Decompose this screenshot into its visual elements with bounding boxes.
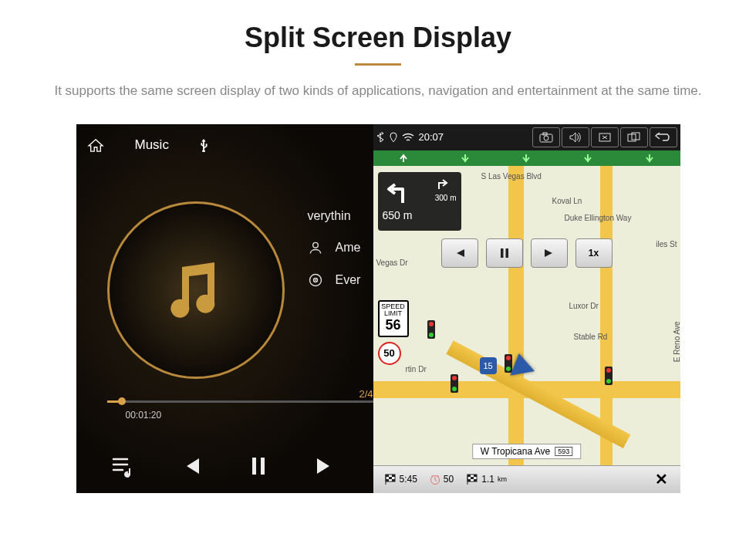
track-counter: 2/4 <box>359 388 373 400</box>
song-title[interactable]: verythin <box>308 209 351 223</box>
speed-limit-sign: SPEED LIMIT 56 <box>378 300 409 337</box>
sim-controls: 1x <box>441 238 613 268</box>
playlist-icon[interactable] <box>110 453 137 479</box>
music-note-icon <box>161 255 231 325</box>
svg-rect-13 <box>501 248 504 258</box>
next-turn-distance: 300 m <box>435 194 457 202</box>
progress-bar[interactable] <box>107 400 373 403</box>
page-title: Split Screen Display <box>0 22 756 54</box>
flag-icon <box>384 474 397 485</box>
street-label: iles St <box>656 240 677 248</box>
remaining-time[interactable]: 50 <box>424 474 460 485</box>
turn-left-icon <box>383 177 412 206</box>
clock-icon <box>430 474 440 485</box>
prev-track-icon[interactable] <box>177 453 204 479</box>
nav-close-button[interactable]: ✕ <box>647 470 676 488</box>
wifi-icon <box>402 133 414 142</box>
svg-point-8 <box>544 136 548 140</box>
close-app-button[interactable] <box>591 127 619 147</box>
sim-next-button[interactable] <box>531 238 568 268</box>
navigation-pane: 20:07 S Las Vegas Blvd Koval Ln <box>373 124 680 493</box>
street-label: S Las Vegas Blvd <box>481 172 542 181</box>
title-underline <box>355 63 401 66</box>
status-bar: 20:07 <box>373 124 680 150</box>
home-icon[interactable] <box>87 138 104 152</box>
svg-point-4 <box>126 472 129 475</box>
device-screenshot: Music verythin Ame Ever 2/4 00:01:20 <box>76 124 680 493</box>
lane-guidance-bar <box>373 150 680 166</box>
song-list: verythin Ame Ever <box>308 209 361 305</box>
music-pane: Music verythin Ame Ever 2/4 00:01:20 <box>76 124 373 493</box>
street-label: Luxor Dr <box>569 302 599 310</box>
nav-bottom-bar: 5:45 50 1.1 km ✕ <box>373 465 680 493</box>
split-screen-button[interactable] <box>620 127 648 147</box>
street-label: Vegas Dr <box>376 258 408 267</box>
music-header-label: Music <box>135 137 169 153</box>
page-subtitle: It supports the same screen display of t… <box>39 81 717 101</box>
svg-point-0 <box>312 242 318 248</box>
location-icon <box>390 132 397 143</box>
sim-speed-button[interactable]: 1x <box>575 238 613 268</box>
artist-name[interactable]: Ame <box>336 241 361 255</box>
eta[interactable]: 5:45 <box>378 474 424 485</box>
svg-rect-5 <box>252 458 256 475</box>
album-icon <box>308 272 323 288</box>
flag-icon <box>466 474 478 485</box>
svg-rect-14 <box>505 248 508 258</box>
speed-shield: 50 <box>378 342 401 365</box>
screenshot-button[interactable] <box>532 127 560 147</box>
highway-shield-icon: 15 <box>480 357 497 374</box>
turn-right-small-icon <box>435 177 449 191</box>
usb-icon[interactable] <box>200 138 208 152</box>
sim-prev-button[interactable] <box>441 238 478 268</box>
turn-instruction: 300 m 650 m <box>378 172 461 231</box>
svg-rect-6 <box>261 458 265 475</box>
street-label: Koval Ln <box>552 197 582 205</box>
pause-icon[interactable] <box>245 453 272 479</box>
next-track-icon[interactable] <box>312 453 339 479</box>
remaining-distance[interactable]: 1.1 km <box>460 474 513 485</box>
bluetooth-icon <box>376 132 385 143</box>
back-button[interactable] <box>650 127 677 147</box>
current-road-name: W Tropicana Ave 593 <box>472 444 582 459</box>
street-label: Duke Ellington Way <box>565 214 632 222</box>
street-label: E Reno Ave <box>673 321 680 362</box>
album-name[interactable]: Ever <box>336 273 361 287</box>
volume-button[interactable] <box>562 127 589 147</box>
svg-point-3 <box>315 279 316 281</box>
sim-pause-button[interactable] <box>486 238 523 268</box>
vehicle-cursor-icon <box>507 351 535 375</box>
elapsed-time: 00:01:20 <box>126 410 162 421</box>
artist-icon <box>308 240 323 255</box>
street-label: rtin Dr <box>406 365 427 373</box>
turn-distance: 650 m <box>383 209 457 221</box>
album-art <box>107 201 285 379</box>
street-label: Stable Rd <box>574 333 608 341</box>
status-time: 20:07 <box>419 131 444 143</box>
